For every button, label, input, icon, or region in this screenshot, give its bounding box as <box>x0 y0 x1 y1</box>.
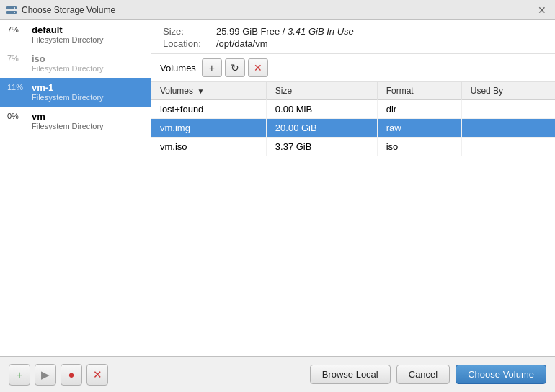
col-format[interactable]: Format <box>377 82 461 100</box>
row-format: dir <box>377 100 461 119</box>
col-volumes[interactable]: Volumes ▼ <box>151 82 266 100</box>
location-row: Location: /opt/data/vm <box>163 38 543 49</box>
size-value: 25.99 GiB Free / 3.41 GiB In Use <box>216 26 354 37</box>
add-volume-button[interactable]: + <box>202 58 222 77</box>
row-name: lost+found <box>151 100 266 119</box>
bottom-left-toolbar: + ▶ ● ✕ <box>9 364 108 386</box>
svg-point-2 <box>14 7 15 9</box>
browse-local-button[interactable]: Browse Local <box>310 365 391 384</box>
size-label: Size: <box>163 26 213 37</box>
row-name: vm.img <box>151 119 266 138</box>
add-pool-button[interactable]: + <box>9 364 30 386</box>
table-row[interactable]: vm.iso 3.37 GiB iso <box>151 138 555 156</box>
row-format: raw <box>377 119 461 138</box>
sidebar-sub-default: Filesystem Directory <box>32 35 104 44</box>
sidebar-percent-iso: 7% <box>7 53 27 63</box>
play-button[interactable]: ▶ <box>35 364 56 386</box>
row-format: iso <box>377 138 461 156</box>
location-value: /opt/data/vm <box>216 38 268 49</box>
titlebar: Choose Storage Volume ✕ <box>0 0 555 20</box>
sidebar-name-vm: vm <box>32 111 104 122</box>
bottom-right-actions: Browse Local Cancel Choose Volume <box>310 365 546 384</box>
volumes-label: Volumes <box>160 63 196 74</box>
delete-volume-button[interactable]: ✕ <box>248 58 268 77</box>
sidebar-percent-default: 7% <box>7 24 27 34</box>
sidebar-name-vm1: vm-1 <box>32 82 104 93</box>
sidebar-item-iso[interactable]: 7% iso Filesystem Directory <box>0 49 151 78</box>
col-used-by[interactable]: Used By <box>461 82 555 100</box>
location-label: Location: <box>163 38 213 49</box>
right-panel: Size: 25.99 GiB Free / 3.41 GiB In Use L… <box>151 20 555 356</box>
sidebar-name-default: default <box>32 24 104 35</box>
size-row: Size: 25.99 GiB Free / 3.41 GiB In Use <box>163 26 543 37</box>
sidebar-percent-vm: 0% <box>7 111 27 120</box>
bottom-bar: + ▶ ● ✕ Browse Local Cancel Choose Volum… <box>0 356 555 392</box>
row-used-by <box>461 138 555 156</box>
cancel-button[interactable]: Cancel <box>396 365 450 384</box>
sidebar: 7% default Filesystem Directory 7% iso F… <box>0 20 151 356</box>
sidebar-percent-vm1: 11% <box>7 82 27 92</box>
row-size: 0.00 MiB <box>266 100 377 119</box>
row-size: 3.37 GiB <box>266 138 377 156</box>
record-button[interactable]: ● <box>61 364 82 386</box>
row-used-by <box>461 100 555 119</box>
main-content: 7% default Filesystem Directory 7% iso F… <box>0 20 555 356</box>
sidebar-sub-vm1: Filesystem Directory <box>32 93 104 102</box>
sidebar-item-vm1[interactable]: 11% vm-1 Filesystem Directory <box>0 78 151 107</box>
table-row[interactable]: lost+found 0.00 MiB dir <box>151 100 555 119</box>
sidebar-sub-iso: Filesystem Directory <box>32 64 104 73</box>
stop-button[interactable]: ✕ <box>86 364 108 386</box>
sidebar-name-iso: iso <box>32 53 104 64</box>
refresh-volume-button[interactable]: ↻ <box>225 58 245 77</box>
storage-icon <box>6 4 17 16</box>
row-name: vm.iso <box>151 138 266 156</box>
svg-point-3 <box>14 12 15 13</box>
sidebar-item-vm[interactable]: 0% vm Filesystem Directory <box>0 107 151 135</box>
choose-volume-button[interactable]: Choose Volume <box>456 365 546 384</box>
row-size: 20.00 GiB <box>266 119 377 138</box>
volumes-table: Volumes ▼ Size Format Used By <box>151 82 555 156</box>
volumes-toolbar: Volumes + ↻ ✕ <box>151 54 555 82</box>
sidebar-item-default[interactable]: 7% default Filesystem Directory <box>0 20 151 49</box>
info-bar: Size: 25.99 GiB Free / 3.41 GiB In Use L… <box>151 20 555 54</box>
table-header-row: Volumes ▼ Size Format Used By <box>151 82 555 100</box>
volumes-table-container: Volumes ▼ Size Format Used By <box>151 82 555 356</box>
col-size[interactable]: Size <box>266 82 377 100</box>
row-used-by <box>461 119 555 138</box>
sidebar-sub-vm: Filesystem Directory <box>32 122 104 130</box>
close-button[interactable]: ✕ <box>535 4 549 17</box>
window-title: Choose Storage Volume <box>22 5 115 15</box>
table-row[interactable]: vm.img 20.00 GiB raw <box>151 119 555 138</box>
